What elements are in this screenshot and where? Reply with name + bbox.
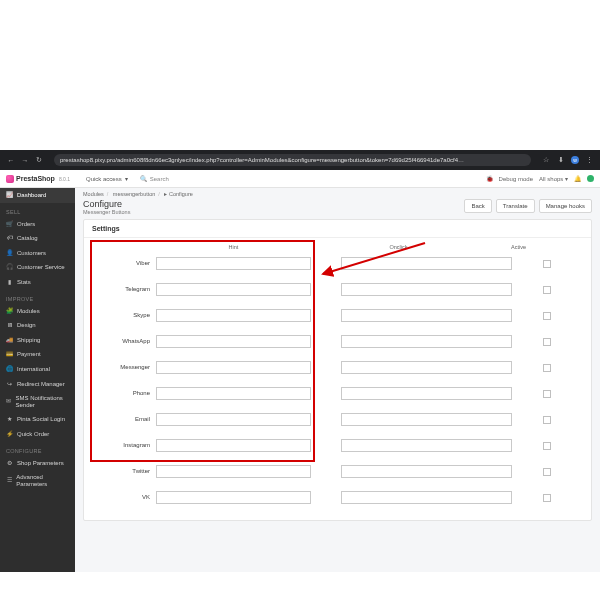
- onclick-input[interactable]: [341, 257, 512, 270]
- search-input[interactable]: 🔍 Search: [140, 175, 169, 182]
- table-row: Skype: [94, 306, 581, 324]
- crumb-b[interactable]: messengerbutton: [113, 191, 156, 197]
- puzzle-icon: 🧩: [6, 308, 13, 315]
- profile-avatar[interactable]: w: [571, 156, 579, 164]
- browser-chrome: ← → ↻ prestashop8.pixy.pro/admin608f8dn6…: [0, 150, 600, 170]
- truck-icon: 🚚: [6, 337, 13, 344]
- onclick-input[interactable]: [341, 439, 512, 452]
- sidebar-item-pinta-social[interactable]: ★Pinta Social Login: [0, 412, 75, 427]
- active-checkbox[interactable]: [543, 390, 551, 398]
- active-checkbox[interactable]: [543, 312, 551, 320]
- nav-back-icon[interactable]: ←: [6, 155, 16, 165]
- active-checkbox[interactable]: [543, 468, 551, 476]
- quick-access-label: Quick access: [86, 176, 122, 182]
- th-active: Active: [456, 244, 581, 250]
- search-placeholder: Search: [150, 176, 169, 182]
- sidebar-item-stats[interactable]: ▮Stats: [0, 275, 75, 290]
- hint-input[interactable]: [156, 439, 311, 452]
- hint-input[interactable]: [156, 257, 311, 270]
- url-bar[interactable]: prestashop8.pixy.pro/admin608f8dn66ec3gn…: [54, 154, 531, 166]
- sidebar: 📈Dashboard SELL 🛒Orders 🏷Catalog 👤Custom…: [0, 188, 75, 572]
- tag-icon: 🏷: [6, 235, 13, 242]
- table-row: Messenger: [94, 358, 581, 376]
- onclick-input[interactable]: [341, 491, 512, 504]
- onclick-input[interactable]: [341, 387, 512, 400]
- shops-dropdown[interactable]: All shops ▾: [539, 175, 568, 182]
- hint-input[interactable]: [156, 413, 311, 426]
- active-checkbox[interactable]: [543, 442, 551, 450]
- sidebar-item-quick-order[interactable]: ⚡Quick Order: [0, 427, 75, 442]
- manage-hooks-button[interactable]: Manage hooks: [539, 199, 592, 213]
- row-label: Twitter: [94, 468, 156, 474]
- table-row: Telegram: [94, 280, 581, 298]
- menu-dots-icon[interactable]: ⋮: [584, 155, 594, 165]
- sidebar-item-catalog[interactable]: 🏷Catalog: [0, 231, 75, 246]
- onclick-input[interactable]: [341, 413, 512, 426]
- sidebar-item-sms[interactable]: ✉SMS Notifications Sender: [0, 391, 75, 412]
- hint-input[interactable]: [156, 283, 311, 296]
- active-checkbox[interactable]: [543, 260, 551, 268]
- sidebar-section-configure: CONFIGURE: [0, 442, 75, 456]
- user-avatar-icon[interactable]: [587, 175, 594, 182]
- sidebar-item-customer-service[interactable]: 🎧Customer Service: [0, 260, 75, 275]
- translate-button[interactable]: Translate: [496, 199, 535, 213]
- nav-fwd-icon[interactable]: →: [20, 155, 30, 165]
- sidebar-item-customers[interactable]: 👤Customers: [0, 246, 75, 261]
- quick-access-dropdown[interactable]: Quick access ▾: [86, 175, 128, 182]
- active-checkbox[interactable]: [543, 338, 551, 346]
- sidebar-section-sell: SELL: [0, 203, 75, 217]
- hint-input[interactable]: [156, 387, 311, 400]
- hint-input[interactable]: [156, 361, 311, 374]
- hint-input[interactable]: [156, 309, 311, 322]
- sidebar-item-international[interactable]: 🌐International: [0, 362, 75, 377]
- hint-input[interactable]: [156, 491, 311, 504]
- onclick-input[interactable]: [341, 335, 512, 348]
- sidebar-item-advanced[interactable]: ☰Advanced Parameters: [0, 470, 75, 491]
- back-button[interactable]: Back: [464, 199, 491, 213]
- sidebar-item-redirect-manager[interactable]: ↪Redirect Manager: [0, 377, 75, 392]
- brand-version: 8.0.1: [59, 176, 70, 182]
- active-checkbox[interactable]: [543, 364, 551, 372]
- onclick-input[interactable]: [341, 361, 512, 374]
- settings-table: Hint Onclick Active ViberTelegramSkypeWh…: [84, 238, 591, 520]
- sidebar-item-orders[interactable]: 🛒Orders: [0, 217, 75, 232]
- hint-input[interactable]: [156, 335, 311, 348]
- table-row: Viber: [94, 254, 581, 272]
- active-checkbox[interactable]: [543, 494, 551, 502]
- content-area: Modules/ messengerbutton/ ▸ Configure Co…: [75, 188, 600, 572]
- star-icon[interactable]: ☆: [541, 155, 551, 165]
- crumb-a[interactable]: Modules: [83, 191, 104, 197]
- social-icon: ★: [6, 416, 13, 423]
- sidebar-section-improve: IMPROVE: [0, 290, 75, 304]
- table-row: Twitter: [94, 462, 581, 480]
- hint-input[interactable]: [156, 465, 311, 478]
- debug-mode-label[interactable]: Debug mode: [499, 176, 533, 182]
- th-hint: Hint: [156, 244, 311, 250]
- user-icon: 👤: [6, 250, 13, 257]
- notifications-icon[interactable]: 🔔: [574, 175, 581, 182]
- row-label: Messenger: [94, 364, 156, 370]
- active-checkbox[interactable]: [543, 416, 551, 424]
- sidebar-item-shop-parameters[interactable]: ⚙Shop Parameters: [0, 456, 75, 471]
- dashboard-icon: 📈: [6, 192, 13, 199]
- onclick-input[interactable]: [341, 283, 512, 296]
- sidebar-item-design[interactable]: 🖥Design: [0, 318, 75, 333]
- download-icon[interactable]: ⬇: [556, 155, 566, 165]
- bolt-icon: ⚡: [6, 431, 13, 438]
- panel-title: Settings: [84, 220, 591, 238]
- stats-icon: ▮: [6, 279, 13, 286]
- table-row: Instagram: [94, 436, 581, 454]
- url-text: prestashop8.pixy.pro/admin608f8dn66ec3gn…: [60, 157, 464, 163]
- bug-icon: 🐞: [486, 175, 493, 182]
- onclick-input[interactable]: [341, 465, 512, 478]
- onclick-input[interactable]: [341, 309, 512, 322]
- sidebar-item-shipping[interactable]: 🚚Shipping: [0, 333, 75, 348]
- breadcrumb: Modules/ messengerbutton/ ▸ Configure: [75, 188, 600, 197]
- page-subtitle: Messenger Buttons: [83, 209, 130, 215]
- nav-reload-icon[interactable]: ↻: [34, 155, 44, 165]
- sidebar-item-payment[interactable]: 💳Payment: [0, 347, 75, 362]
- crumb-c: ▸ Configure: [164, 191, 192, 197]
- active-checkbox[interactable]: [543, 286, 551, 294]
- sidebar-item-dashboard[interactable]: 📈Dashboard: [0, 188, 75, 203]
- sidebar-item-modules[interactable]: 🧩Modules: [0, 304, 75, 319]
